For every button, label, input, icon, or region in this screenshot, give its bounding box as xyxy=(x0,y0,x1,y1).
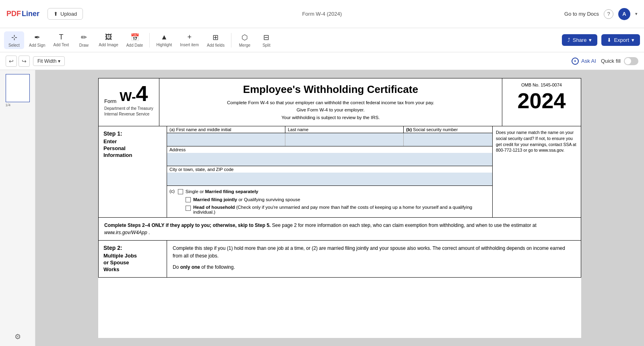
steps-notice-rest: See page 2 for more information on each … xyxy=(272,222,537,228)
field-header-ssn: (b) Social security number xyxy=(404,126,492,133)
ssn-note-panel: Does your name match the name on your so… xyxy=(492,126,581,217)
form-year: 2024 xyxy=(506,89,577,113)
share-button[interactable]: ⤴ Share ▾ xyxy=(562,34,598,46)
upload-icon: ⬆ xyxy=(54,11,58,17)
city-input[interactable] xyxy=(167,173,492,185)
header-chevron-icon[interactable]: ▾ xyxy=(635,11,638,16)
page-number-label: 1/4 xyxy=(6,103,30,107)
add-date-label: Add Date xyxy=(126,43,143,47)
form-main-title: Employee's Withholding Certificate xyxy=(167,83,495,96)
add-fields-tool[interactable]: ⊞ Add fields xyxy=(204,31,228,49)
ssn-input[interactable] xyxy=(404,133,492,146)
form-number: W-4 xyxy=(120,82,148,104)
steps-notice-link: www.irs.gov/W4App xyxy=(104,230,147,235)
highlight-label: Highlight xyxy=(156,43,172,47)
highlight-icon: ▲ xyxy=(161,33,168,41)
draw-label: Draw xyxy=(79,43,89,47)
add-text-label: Add Text xyxy=(54,43,69,47)
settings-icon[interactable]: ⚙ xyxy=(14,332,21,341)
checkbox-single[interactable] xyxy=(178,189,183,194)
header: PDF Liner ⬆ Upload Form W-4 (2024) Go to… xyxy=(0,0,644,28)
dept-line1: Department of the Treasury xyxy=(104,106,153,111)
share-icon: ⤴ xyxy=(568,37,570,43)
city-section: City or town, state, and ZIP code xyxy=(167,166,492,185)
go-to-docs-link[interactable]: Go to my Docs xyxy=(564,11,599,17)
upload-label: Upload xyxy=(60,11,77,17)
undo-button[interactable]: ↩ xyxy=(6,56,17,67)
export-icon: ⬇ xyxy=(607,37,611,43)
avatar[interactable]: A xyxy=(618,8,630,20)
page-thumb-image xyxy=(6,74,30,102)
omb-number: OMB No. 1545-0074 xyxy=(506,82,577,87)
last-name-input[interactable] xyxy=(285,133,404,146)
step1-content: (a) First name and middle initial Last n… xyxy=(167,126,492,217)
split-tool[interactable]: ⊟ Split xyxy=(256,31,277,49)
quick-fill-toggle[interactable] xyxy=(624,57,638,65)
select-tool[interactable]: ⊹ Select xyxy=(4,31,24,49)
add-date-icon: 📅 xyxy=(130,33,139,42)
pdf-viewer[interactable]: Form W-4 Department of the Treasury Inte… xyxy=(35,70,644,346)
step1-title: EnterPersonalInformation xyxy=(103,138,162,159)
add-fields-icon: ⊞ xyxy=(213,33,219,42)
step2-content: Complete this step if you (1) hold more … xyxy=(167,241,581,277)
checkbox-married-jointly[interactable] xyxy=(186,197,191,202)
redo-button[interactable]: ↪ xyxy=(19,56,30,67)
step2-description: Complete this step if you (1) hold more … xyxy=(173,245,575,260)
add-image-label: Add Image xyxy=(99,43,118,47)
checkbox-head-of-household[interactable] xyxy=(186,206,191,211)
split-label: Split xyxy=(262,43,270,47)
draw-tool[interactable]: ✏ Draw xyxy=(74,31,94,49)
first-name-input[interactable] xyxy=(167,133,285,146)
highlight-tool[interactable]: ▲ Highlight xyxy=(153,31,175,49)
form-label: Form xyxy=(104,98,116,104)
ask-ai-button[interactable]: ✦ Ask AI xyxy=(572,58,596,65)
checkbox3-label: Head of household (Check only if you're … xyxy=(193,205,490,214)
subtitle-line3: Your withholding is subject to review by… xyxy=(167,114,495,121)
insert-item-tool[interactable]: + Insert item xyxy=(177,31,202,49)
ask-ai-label: Ask AI xyxy=(581,58,596,64)
step1-number: Step 1: xyxy=(103,130,162,137)
subtitle-line2: Give Form W-4 to your employer. xyxy=(167,106,495,113)
add-date-tool[interactable]: 📅 Add Date xyxy=(123,31,147,49)
undo-redo-group: ↩ ↪ xyxy=(6,56,30,67)
checkbox-c-label: (c) xyxy=(169,189,175,194)
steps-notice: Complete Steps 2–4 ONLY if they apply to… xyxy=(98,218,581,241)
main-toolbar: ⊹ Select ✒ Add Sign T Add Text ✏ Draw 🖼 … xyxy=(0,28,644,52)
subtitle-line1: Complete Form W-4 so that your employer … xyxy=(167,99,495,106)
logo-pdf: PDF xyxy=(6,10,21,18)
address-section: Address xyxy=(167,146,492,166)
address-input[interactable] xyxy=(167,153,492,166)
merge-icon: ⬡ xyxy=(242,33,248,42)
secondary-toolbar: ↩ ↪ Fit Width ▾ ✦ Ask AI Quick fill xyxy=(0,52,644,70)
form-header: Form W-4 Department of the Treasury Inte… xyxy=(98,78,581,126)
step2-instruction: Do only one of the following. xyxy=(173,264,575,271)
checkbox-row-3: Head of household (Check only if you're … xyxy=(167,204,492,216)
share-chevron-icon: ▾ xyxy=(589,37,592,43)
fit-width-dropdown[interactable]: Fit Width ▾ xyxy=(33,56,65,66)
logo[interactable]: PDF Liner xyxy=(6,10,39,18)
merge-label: Merge xyxy=(239,43,250,47)
dept-line2: Internal Revenue Service xyxy=(104,111,153,117)
page-thumbnail-1[interactable]: 1/4 xyxy=(6,74,30,107)
filing-status-section: (c) Single or Married filing separately … xyxy=(167,185,492,217)
add-image-tool[interactable]: 🖼 Add Image xyxy=(95,31,121,49)
select-label: Select xyxy=(8,43,20,47)
steps-notice-bold: Complete Steps 2–4 ONLY if they apply to… xyxy=(104,222,270,228)
document-title: Form W-4 (2024) xyxy=(302,11,342,17)
help-icon[interactable]: ? xyxy=(604,9,613,19)
quick-fill-toggle-group: Quick fill xyxy=(601,57,638,65)
upload-button[interactable]: ⬆ Upload xyxy=(47,8,83,20)
export-button[interactable]: ⬇ Export ▾ xyxy=(601,34,640,46)
address-label: Address xyxy=(167,146,492,153)
add-sign-tool[interactable]: ✒ Add Sign xyxy=(26,31,49,49)
fit-width-chevron-icon: ▾ xyxy=(58,58,60,64)
step1-label: Step 1: EnterPersonalInformation xyxy=(99,126,167,217)
export-chevron-icon: ▾ xyxy=(632,37,634,43)
add-sign-label: Add Sign xyxy=(29,43,45,47)
add-text-tool[interactable]: T Add Text xyxy=(50,31,72,49)
toolbar-right-actions: ⤴ Share ▾ ⬇ Export ▾ xyxy=(562,34,640,46)
merge-tool[interactable]: ⬡ Merge xyxy=(235,31,255,49)
select-icon: ⊹ xyxy=(11,33,17,42)
pdf-document: Form W-4 Department of the Treasury Inte… xyxy=(98,78,581,338)
left-sidebar: 1/4 ⚙ xyxy=(0,70,35,346)
